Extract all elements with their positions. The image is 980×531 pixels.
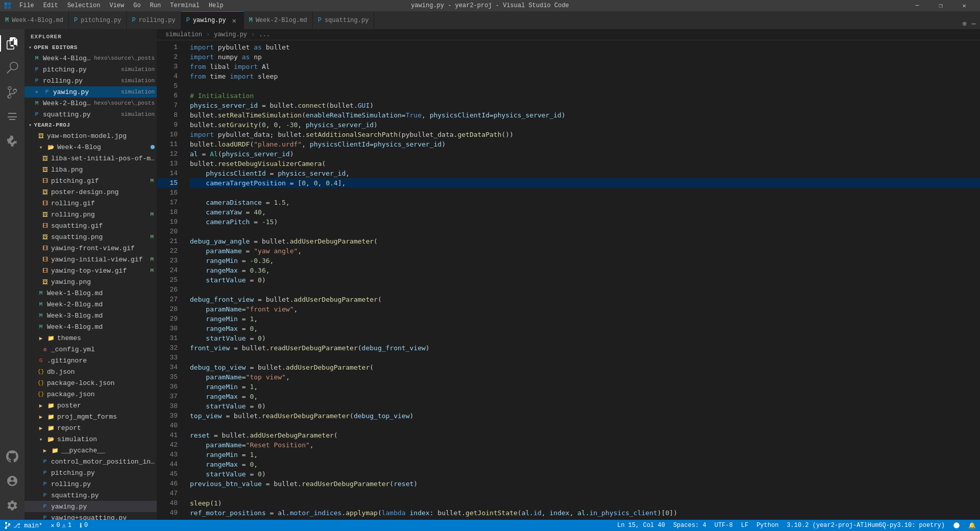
line-ending-indicator[interactable]: LF <box>737 520 752 531</box>
tree-yawing-squatting[interactable]: P yawing+squatting.py <box>24 512 157 520</box>
tree-squatting-py[interactable]: P squatting.py <box>24 490 157 501</box>
file-label: liba-set-initial-pos-of-motors.png <box>51 155 157 162</box>
tab-rolling[interactable]: P rolling.py <box>127 11 181 29</box>
folder-open-icon: ▾ <box>37 435 45 443</box>
activity-settings[interactable] <box>0 493 24 518</box>
spaces-indicator[interactable]: Spaces: 4 <box>669 520 710 531</box>
activity-search[interactable] <box>0 56 24 80</box>
tree-yawing-top-gif[interactable]: 🎞 yawing-top-view.gif M <box>24 265 157 276</box>
tree-control-motor[interactable]: P control_motor_position_individually.py <box>24 456 157 467</box>
open-editor-yawing[interactable]: ✕ P yawing.py simulation <box>24 86 157 98</box>
tree-poster[interactable]: ▶ 📁 poster <box>24 400 157 411</box>
tree-rolling-gif[interactable]: 🎞 rolling.gif <box>24 198 157 209</box>
file-label: control_motor_position_individually.py <box>51 458 157 466</box>
menu-go[interactable]: Go <box>129 0 144 11</box>
tree-squatting-png[interactable]: 🖼 squatting.png M <box>24 231 157 243</box>
menu-help[interactable]: Help <box>205 0 228 11</box>
tab-more-button[interactable]: ⋯ <box>970 18 978 29</box>
file-label: yawing.png <box>51 278 157 286</box>
activity-account[interactable] <box>0 469 24 493</box>
file-label: yawing-front-view.gif <box>51 245 157 252</box>
tree-week4blog-folder[interactable]: ▾ 📂 Week-4-Blog <box>24 141 157 153</box>
file-icon: M <box>37 323 45 331</box>
tree-report[interactable]: ▶ 📁 report <box>24 422 157 433</box>
tab-week4blog[interactable]: M Week-4-Blog.md <box>0 11 69 29</box>
tree-package-lock[interactable]: {} package-lock.json <box>24 377 157 389</box>
tree-liba-initial[interactable]: 🖼 liba-set-initial-pos-of-motors.png <box>24 153 157 164</box>
notifications-button[interactable]: 🔔 <box>964 520 980 531</box>
tree-pycache[interactable]: ▶ 📁 __pycache__ <box>24 445 157 456</box>
open-editors-header[interactable]: ▾ OPEN EDITORS <box>24 42 157 53</box>
menu-file[interactable]: File <box>15 0 38 11</box>
tree-config-yml[interactable]: ⚙ _config.yml <box>24 344 157 355</box>
python-version[interactable]: 3.10.2 (year2-proj-ATlHum6Q-py3.10: poet… <box>782 520 949 531</box>
breadcrumb-yawing[interactable]: yawing.py <box>214 31 247 38</box>
breadcrumb-more[interactable]: ... <box>259 31 270 38</box>
tree-proj-mgmt[interactable]: ▶ 📁 proj_mgmt_forms <box>24 411 157 422</box>
errors-warnings[interactable]: ✕ 0 ⚠ 1 <box>46 520 76 531</box>
tree-rolling-py[interactable]: P rolling.py <box>24 478 157 490</box>
tree-poster-design[interactable]: 🖼 poster-design.png <box>24 186 157 198</box>
file-icon: P <box>33 77 41 85</box>
folder-icon: ▶ <box>37 334 45 342</box>
open-editor-week4blog[interactable]: M Week-4-Blog.md hexo\source\_posts ✕ <box>24 53 157 64</box>
tab-week2blog[interactable]: M Week-2-Blog.md <box>244 11 313 29</box>
tree-rolling-png[interactable]: 🖼 rolling.png M <box>24 209 157 220</box>
file-tree-header[interactable]: ▾ YEAR2-PROJ <box>24 120 157 130</box>
activity-source-control[interactable] <box>0 80 24 105</box>
language-indicator[interactable]: Python <box>752 520 782 531</box>
tree-yaw-motion[interactable]: 🖼 yaw-motion-model.jpg <box>24 130 157 141</box>
close-icon[interactable]: ✕ <box>33 88 41 96</box>
tree-week2blog[interactable]: M Week-2-Blog.md <box>24 299 157 310</box>
file-label: proj_mgmt_forms <box>57 413 157 421</box>
activity-extensions[interactable] <box>0 129 24 154</box>
tree-yawing-front-gif[interactable]: 🎞 yawing-front-view.gif <box>24 243 157 254</box>
open-editor-rolling[interactable]: P rolling.py simulation <box>24 75 157 86</box>
tree-simulation-folder[interactable]: ▾ 📂 simulation <box>24 433 157 445</box>
menu-selection[interactable]: Selection <box>63 0 105 11</box>
sidebar: EXPLORER ▾ OPEN EDITORS M Week-4-Blog.md… <box>24 29 157 520</box>
tab-squatting[interactable]: P squatting.py <box>313 11 375 29</box>
close-button[interactable]: ✕ <box>952 0 976 11</box>
tree-week4blog-md[interactable]: M Week-4-Blog.md <box>24 321 157 332</box>
breadcrumb-simulation[interactable]: simulation <box>165 31 202 38</box>
minimize-button[interactable]: — <box>905 0 929 11</box>
tab-close-yawing[interactable]: ✕ <box>230 16 238 25</box>
tree-yawing-png[interactable]: 🖼 yawing.png <box>24 276 157 287</box>
remote-indicator[interactable] <box>949 520 964 531</box>
menu-edit[interactable]: Edit <box>39 0 62 11</box>
encoding-indicator[interactable]: UTF-8 <box>710 520 737 531</box>
tab-icon: M <box>5 17 9 24</box>
menu-run[interactable]: Run <box>146 0 165 11</box>
tree-yawing-py[interactable]: P yawing.py <box>24 501 157 512</box>
tree-week1blog[interactable]: M Week-1-Blog.md <box>24 287 157 299</box>
tree-pitching-py[interactable]: P pitching.py <box>24 467 157 478</box>
file-icon: 🖼 <box>41 165 49 174</box>
tree-squatting-gif[interactable]: 🎞 squatting.gif <box>24 220 157 231</box>
menu-view[interactable]: View <box>105 0 128 11</box>
tree-week3blog[interactable]: M Week-3-Blog.md <box>24 310 157 321</box>
branch-indicator[interactable]: ⎇ main* <box>0 520 46 531</box>
activity-explorer[interactable] <box>0 31 24 56</box>
cursor-position[interactable]: Ln 15, Col 40 <box>613 520 669 531</box>
tree-yawing-initial-gif[interactable]: 🎞 yawing-initial-view.gif M <box>24 254 157 265</box>
tree-db-json[interactable]: {} db.json <box>24 366 157 377</box>
open-editor-squatting[interactable]: P squatting.py simulation <box>24 109 157 120</box>
breadcrumb-sep: › <box>206 31 210 38</box>
tree-themes[interactable]: ▶ 📁 themes <box>24 332 157 344</box>
split-editor-button[interactable]: ⊕ <box>960 18 968 29</box>
open-editor-week2blog[interactable]: M Week-2-Blog.md hexo\source\_posts <box>24 98 157 109</box>
open-editor-pitching[interactable]: P pitching.py simulation <box>24 64 157 75</box>
menu-terminal[interactable]: Terminal <box>166 0 204 11</box>
activity-run-debug[interactable] <box>0 105 24 129</box>
maximize-button[interactable]: ❐ <box>929 0 952 11</box>
tab-yawing[interactable]: P yawing.py ✕ <box>181 11 244 29</box>
tree-gitignore[interactable]: G .gitignore <box>24 355 157 366</box>
tree-liba-png[interactable]: 🖼 liba.png <box>24 164 157 175</box>
code-editor[interactable]: import pybullet as bullet import numpy a… <box>182 40 980 520</box>
info-count[interactable]: ℹ 0 <box>76 520 92 531</box>
tab-pitching[interactable]: P pitching.py <box>69 11 127 29</box>
activity-remote[interactable] <box>0 444 24 469</box>
tree-package-json[interactable]: {} package.json <box>24 389 157 400</box>
tree-pitching-gif[interactable]: 🎞 pitching.gif M <box>24 175 157 186</box>
